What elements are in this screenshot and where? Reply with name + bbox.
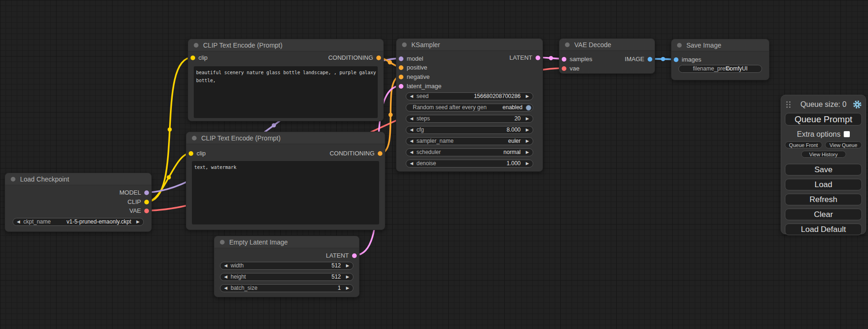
input-label: positive xyxy=(407,64,427,71)
node-clip-text-encode-positive[interactable]: CLIP Text Encode (Prompt) clip CONDITION… xyxy=(188,39,384,121)
batch-size-widget[interactable]: ◀ batch_size 1 ▶ xyxy=(220,284,353,292)
images-input-slot[interactable] xyxy=(674,57,678,62)
collapse-dot-icon[interactable] xyxy=(565,42,570,47)
positive-input-slot[interactable] xyxy=(399,65,403,70)
latent-output-slot[interactable] xyxy=(352,253,357,258)
decrement-arrow-icon[interactable]: ◀ xyxy=(410,149,413,156)
decrement-arrow-icon[interactable]: ◀ xyxy=(410,138,413,145)
node-load-checkpoint[interactable]: Load Checkpoint MODEL CLIP VAE ◀ ckpt_na… xyxy=(5,173,152,232)
node-title: Empty Latent Image xyxy=(229,238,288,246)
collapse-dot-icon[interactable] xyxy=(402,42,407,47)
collapse-dot-icon[interactable] xyxy=(220,240,225,245)
node-title-bar: Load Checkpoint xyxy=(5,173,151,185)
toggle-knob[interactable] xyxy=(526,105,531,111)
collapse-dot-icon[interactable] xyxy=(192,136,197,140)
decrement-arrow-icon[interactable]: ◀ xyxy=(410,160,413,167)
settings-gear-icon[interactable] xyxy=(853,100,862,109)
queue-front-button[interactable]: Queue Front xyxy=(785,141,822,148)
increment-arrow-icon[interactable]: ▶ xyxy=(526,93,529,100)
prompt-textarea[interactable]: text, watermark xyxy=(192,161,379,224)
node-graph-canvas[interactable]: Load Checkpoint MODEL CLIP VAE ◀ ckpt_na… xyxy=(0,0,868,329)
increment-arrow-icon[interactable]: ▶ xyxy=(346,285,349,292)
widget-value: 156680208700286 xyxy=(474,93,521,100)
slot-row: clip CONDITIONING xyxy=(186,150,385,157)
prompt-textarea[interactable]: beautiful scenery nature glass bottle la… xyxy=(194,66,378,118)
increment-arrow-icon[interactable]: ▶ xyxy=(526,160,529,167)
slot-row: clip CONDITIONING xyxy=(188,54,383,62)
view-queue-button[interactable]: View Queue xyxy=(825,141,862,148)
sampler-name-widget[interactable]: ◀ sampler_name euler ▶ xyxy=(406,137,533,145)
decrement-arrow-icon[interactable]: ◀ xyxy=(224,273,227,280)
decrement-arrow-icon[interactable]: ◀ xyxy=(224,285,227,292)
seed-widget[interactable]: ◀ seed 156680208700286 ▶ xyxy=(406,92,533,100)
width-widget[interactable]: ◀ width 512 ▶ xyxy=(220,262,353,270)
node-empty-latent-image[interactable]: Empty Latent Image LATENT ◀ width 512 ▶ … xyxy=(214,236,360,297)
steps-widget[interactable]: ◀ steps 20 ▶ xyxy=(406,115,533,123)
denoise-widget[interactable]: ◀ denoise 1.000 ▶ xyxy=(406,160,533,168)
queue-prompt-button[interactable]: Queue Prompt xyxy=(785,113,862,126)
conditioning-output-slot[interactable] xyxy=(378,151,382,156)
vae-output-slot[interactable] xyxy=(144,209,149,213)
node-save-image[interactable]: Save Image images filename_prefix ComfyU… xyxy=(671,39,769,80)
collapse-dot-icon[interactable] xyxy=(11,177,15,182)
clip-input-slot[interactable] xyxy=(189,151,193,156)
node-title: CLIP Text Encode (Prompt) xyxy=(203,42,282,49)
cfg-widget[interactable]: ◀ cfg 8.000 ▶ xyxy=(406,126,533,134)
load-default-button[interactable]: Load Default xyxy=(785,224,862,235)
decrement-arrow-icon[interactable]: ◀ xyxy=(410,93,413,100)
node-title-bar: CLIP Text Encode (Prompt) xyxy=(188,39,383,51)
filename-prefix-widget[interactable]: filename_prefix ComfyUI xyxy=(678,65,762,73)
widget-label: width xyxy=(231,262,244,269)
output-row-clip: CLIP xyxy=(5,198,151,206)
height-widget[interactable]: ◀ height 512 ▶ xyxy=(220,273,353,281)
node-ksampler[interactable]: KSampler model LATENT positive negative … xyxy=(396,38,543,172)
latent-image-input-slot[interactable] xyxy=(399,84,403,89)
widget-value: ComfyUI xyxy=(726,65,748,72)
latent-output-slot[interactable] xyxy=(536,56,540,60)
increment-arrow-icon[interactable]: ▶ xyxy=(346,262,349,269)
view-history-button[interactable]: View History xyxy=(801,151,846,158)
collapse-dot-icon[interactable] xyxy=(194,43,198,48)
refresh-button[interactable]: Refresh xyxy=(785,194,862,205)
decrement-arrow-icon[interactable]: ◀ xyxy=(410,126,413,133)
decrement-arrow-icon[interactable]: ◀ xyxy=(410,115,413,122)
extra-options-checkbox[interactable] xyxy=(844,131,850,137)
load-button[interactable]: Load xyxy=(785,179,862,190)
model-output-slot[interactable] xyxy=(144,190,149,195)
increment-arrow-icon[interactable]: ▶ xyxy=(136,218,140,225)
node-clip-text-encode-negative[interactable]: CLIP Text Encode (Prompt) clip CONDITION… xyxy=(186,132,385,230)
model-input-slot[interactable] xyxy=(399,56,403,61)
node-vae-decode[interactable]: VAE Decode samples IMAGE vae xyxy=(559,38,655,74)
decrement-arrow-icon[interactable]: ◀ xyxy=(17,218,20,225)
scheduler-widget[interactable]: ◀ scheduler normal ▶ xyxy=(406,148,533,156)
drag-handle-icon[interactable] xyxy=(786,101,791,108)
increment-arrow-icon[interactable]: ▶ xyxy=(346,273,349,280)
input-label: samples xyxy=(570,56,592,63)
negative-input-slot[interactable] xyxy=(399,75,403,79)
collapse-dot-icon[interactable] xyxy=(677,43,682,48)
ckpt-name-widget[interactable]: ◀ ckpt_name v1-5-pruned-emaonly.ckpt ▶ xyxy=(13,218,144,226)
clip-output-slot[interactable] xyxy=(144,200,149,204)
widget-label: filename_prefix xyxy=(693,65,731,72)
widget-label: cfg xyxy=(416,126,424,133)
conditioning-output-slot[interactable] xyxy=(376,56,381,60)
increment-arrow-icon[interactable]: ▶ xyxy=(526,138,529,145)
increment-arrow-icon[interactable]: ▶ xyxy=(526,149,529,156)
node-title: Load Checkpoint xyxy=(20,175,69,183)
samples-input-slot[interactable] xyxy=(562,57,566,62)
clear-button[interactable]: Clear xyxy=(785,209,862,220)
node-title: CLIP Text Encode (Prompt) xyxy=(201,134,281,142)
output-label: LATENT xyxy=(509,54,532,62)
vae-input-slot[interactable] xyxy=(562,66,566,71)
random-seed-widget[interactable]: Random seed after every gen enabled xyxy=(406,104,533,112)
decrement-arrow-icon[interactable]: ◀ xyxy=(224,262,227,269)
save-button[interactable]: Save xyxy=(785,164,862,175)
queue-panel: Queue size: 0 Queue Prompt Extra options… xyxy=(781,95,866,234)
increment-arrow-icon[interactable]: ▶ xyxy=(526,126,529,133)
widget-label: batch_size xyxy=(231,285,257,292)
image-output-slot[interactable] xyxy=(648,57,652,62)
widget-value: normal xyxy=(503,149,521,156)
clip-input-slot[interactable] xyxy=(191,56,195,60)
increment-arrow-icon[interactable]: ▶ xyxy=(526,115,529,122)
node-title: KSampler xyxy=(411,41,440,49)
